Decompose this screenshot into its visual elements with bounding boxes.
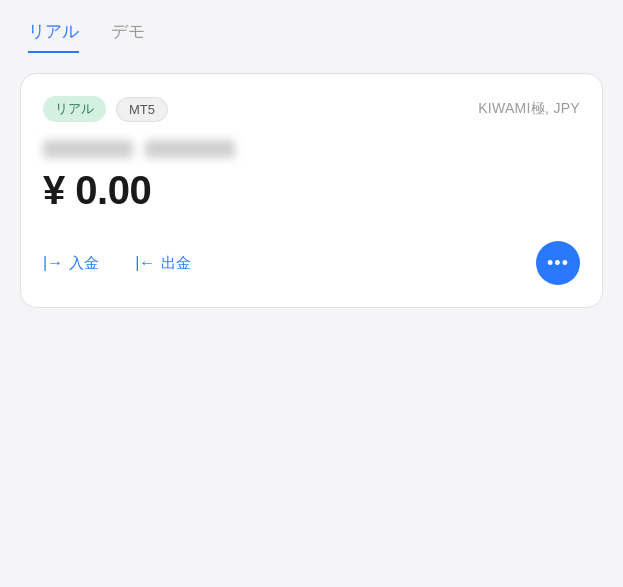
card-footer: |→ 入金 |← 出金 ••• <box>43 241 580 285</box>
tab-demo[interactable]: デモ <box>111 20 145 53</box>
withdraw-icon: |← <box>135 255 155 271</box>
tab-bar: リアル デモ <box>20 20 603 53</box>
withdraw-button[interactable]: |← 出金 <box>135 254 191 273</box>
deposit-button[interactable]: |→ 入金 <box>43 254 99 273</box>
badge-row: リアル MT5 <box>43 96 168 122</box>
account-info: KIWAMI極, JPY <box>478 100 580 118</box>
balance-display: ¥ 0.00 <box>43 168 580 213</box>
more-button[interactable]: ••• <box>536 241 580 285</box>
account-id-row <box>43 140 580 158</box>
action-buttons: |→ 入金 |← 出金 <box>43 254 191 273</box>
real-badge: リアル <box>43 96 106 122</box>
deposit-icon: |→ <box>43 255 63 271</box>
withdraw-label: 出金 <box>161 254 191 273</box>
deposit-label: 入金 <box>69 254 99 273</box>
account-id-blurred-1 <box>43 140 133 158</box>
more-dots-icon: ••• <box>547 254 569 272</box>
mt5-badge: MT5 <box>116 97 168 122</box>
tab-real[interactable]: リアル <box>28 20 79 53</box>
card-header: リアル MT5 KIWAMI極, JPY <box>43 96 580 122</box>
account-card: リアル MT5 KIWAMI極, JPY ¥ 0.00 |→ 入金 |← 出金 … <box>20 73 603 308</box>
account-id-blurred-2 <box>145 140 235 158</box>
